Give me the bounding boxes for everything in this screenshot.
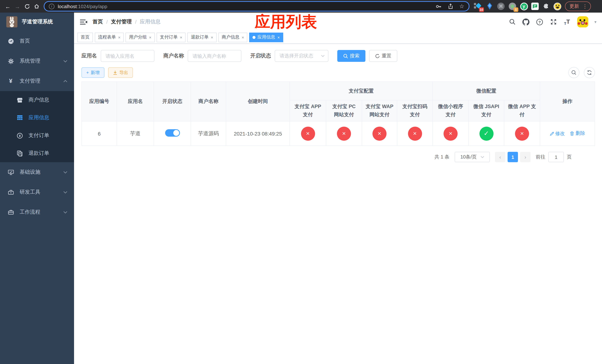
refresh-button[interactable] xyxy=(584,67,595,78)
next-page-button[interactable]: › xyxy=(520,152,531,162)
sidebar-item-workflow[interactable]: 工作流程 xyxy=(0,202,74,222)
close-icon[interactable]: × xyxy=(180,35,182,39)
wechat-app-status-icon: × xyxy=(515,127,529,140)
back-icon[interactable]: ← xyxy=(3,1,13,11)
table-header-row: 应用编号 应用名 开启状态 商户名称 创建时间 支付宝配置 微信配置 操作 xyxy=(82,82,595,100)
share-icon[interactable] xyxy=(447,3,453,9)
search-button[interactable]: 搜索 xyxy=(337,50,366,62)
sidebar-item-app-info[interactable]: 应用信息 xyxy=(0,109,74,127)
briefcase-icon xyxy=(7,209,14,215)
col-app-name: 应用名 xyxy=(117,82,154,121)
wechat-mini-status-icon: × xyxy=(443,127,458,140)
extension-gem-icon[interactable] xyxy=(485,2,494,10)
avatar-caret-icon[interactable]: ▾ xyxy=(594,20,596,24)
close-icon[interactable]: × xyxy=(277,35,280,39)
sidebar-item-refund-order[interactable]: 退款订单 xyxy=(0,144,74,162)
extension-diamond-icon[interactable]: 10 xyxy=(474,2,482,10)
sidebar-item-payment[interactable]: ¥ 支付管理 xyxy=(0,71,74,91)
site-info-icon[interactable]: i xyxy=(49,3,54,9)
user-avatar[interactable] xyxy=(577,16,588,27)
extension-command-icon[interactable]: ⌘ xyxy=(497,2,505,10)
cell-status xyxy=(154,121,191,146)
bookmark-star-icon[interactable]: ☆ xyxy=(459,3,464,10)
close-icon[interactable]: × xyxy=(149,35,151,39)
extension-circle-icon[interactable]: 1 xyxy=(508,2,516,10)
pagination: 共 1 条 10条/页 ‹ 1 › 前往 页 xyxy=(81,152,595,162)
cell-created: 2021-10-23 08:49:25 xyxy=(226,121,290,146)
edit-button[interactable]: 修改 xyxy=(550,130,565,137)
chevron-down-icon xyxy=(480,156,484,158)
extension-chat-icon[interactable] xyxy=(531,3,539,10)
profile-avatar-icon[interactable] xyxy=(553,2,561,10)
chevron-down-icon xyxy=(63,171,67,173)
header-search-icon[interactable] xyxy=(508,18,516,26)
close-icon[interactable]: × xyxy=(242,35,244,39)
prev-page-button[interactable]: ‹ xyxy=(495,152,505,162)
page-content: 应用名 商户名称 开启状态 请选择开启状态 搜索 xyxy=(74,44,602,162)
sidebar-item-home[interactable]: 首页 xyxy=(0,31,74,51)
extension-badge: 1 xyxy=(514,7,518,12)
github-icon[interactable] xyxy=(522,18,530,26)
status-toggle[interactable] xyxy=(165,129,180,137)
reload-icon[interactable] xyxy=(22,1,32,11)
total-count: 共 1 条 xyxy=(434,154,450,160)
help-icon[interactable]: ? xyxy=(536,18,543,26)
sidebar-item-system[interactable]: 系统管理 xyxy=(0,51,74,71)
plus-icon: + xyxy=(86,70,89,75)
sidebar-item-infrastructure[interactable]: 基础设施 xyxy=(0,162,74,182)
app-title: 芋道管理系统 xyxy=(22,19,53,25)
home-icon[interactable] xyxy=(32,1,42,11)
sidebar: 芋道管理系统 首页 系统管理 xyxy=(0,13,74,364)
merchant-name-input[interactable] xyxy=(188,50,241,62)
chevron-down-icon xyxy=(63,191,67,193)
col-alipay-pc: 支付宝 PC 网站支付 xyxy=(326,100,362,121)
breadcrumb-payment[interactable]: 支付管理 xyxy=(111,19,132,25)
collapse-sidebar-icon[interactable] xyxy=(80,19,87,25)
field-label: 商户名称 xyxy=(163,53,184,59)
fullscreen-icon[interactable] xyxy=(550,18,557,26)
address-bar[interactable]: i localhost:1024/pay/app ☆ xyxy=(44,1,469,11)
forward-icon[interactable]: → xyxy=(13,1,22,11)
col-alipay-app: 支付宝 APP 支付 xyxy=(290,100,326,121)
tab-process-form[interactable]: 流程表单× xyxy=(95,32,124,42)
browser-menu-icon[interactable]: ⋮ xyxy=(581,3,589,9)
sidebar-item-dev-tools[interactable]: 研发工具 xyxy=(0,182,74,202)
password-key-icon[interactable] xyxy=(435,3,441,10)
tab-merchant-info[interactable]: 商户信息× xyxy=(218,32,247,42)
tab-pay-order[interactable]: 支付订单× xyxy=(157,32,186,42)
sidebar-item-pay-order[interactable]: ¥ 支付订单 xyxy=(0,127,74,144)
tab-home[interactable]: 首页 xyxy=(77,32,93,42)
tab-refund-order[interactable]: 退款订单× xyxy=(188,32,216,42)
page-size-select[interactable]: 10条/页 xyxy=(455,152,490,162)
dashboard-icon xyxy=(7,38,14,44)
close-icon[interactable]: × xyxy=(118,35,120,39)
app-name-input[interactable] xyxy=(101,50,154,62)
breadcrumb-home[interactable]: 首页 xyxy=(93,19,103,25)
col-app-id: 应用编号 xyxy=(82,82,117,121)
delete-button[interactable]: 删除 xyxy=(570,130,585,137)
tab-user-group[interactable]: 用户分组× xyxy=(126,32,155,42)
current-page-button[interactable]: 1 xyxy=(508,152,518,162)
export-button[interactable]: 导出 xyxy=(108,67,133,78)
add-button[interactable]: + 新增 xyxy=(81,67,104,78)
extension-y-icon[interactable]: y xyxy=(520,2,528,10)
table-toolbar: + 新增 导出 xyxy=(81,67,595,78)
monitor-check-icon xyxy=(7,169,14,175)
group-wechat-config: 微信配置 xyxy=(433,82,540,100)
col-merchant: 商户名称 xyxy=(191,82,226,121)
sidebar-item-merchant-info[interactable]: 商户信息 xyxy=(0,91,74,109)
extensions-puzzle-icon[interactable] xyxy=(542,2,550,10)
tab-app-info[interactable]: 应用信息× xyxy=(249,32,283,42)
goto-page-input[interactable] xyxy=(548,152,564,162)
font-size-icon[interactable]: TT xyxy=(563,18,571,26)
svg-text:?: ? xyxy=(538,20,541,24)
status-select[interactable]: 请选择开启状态 xyxy=(275,50,328,62)
svg-text:¥: ¥ xyxy=(19,134,21,138)
chevron-down-icon xyxy=(63,60,67,62)
reset-button[interactable]: 重置 xyxy=(369,50,397,62)
close-icon[interactable]: × xyxy=(211,35,213,39)
toggle-search-button[interactable] xyxy=(568,67,580,78)
browser-update-button[interactable]: 更新 ⋮ xyxy=(565,1,591,11)
col-status: 开启状态 xyxy=(154,82,191,121)
col-actions: 操作 xyxy=(540,82,595,121)
